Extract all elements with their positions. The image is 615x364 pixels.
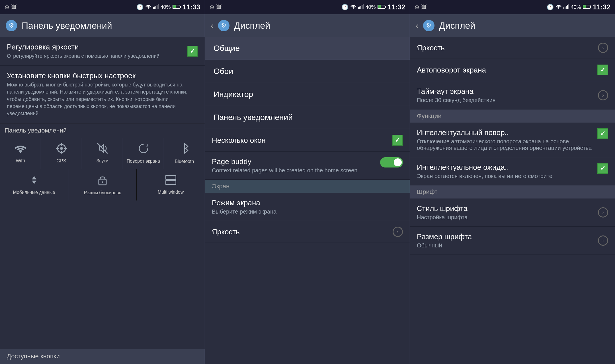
settings-gear-icon-p2: ⚙ [218,20,229,31]
sound-label: Звуки [97,158,108,164]
font-style-subtitle: Настройка шрифта [417,214,598,221]
quick-buttons-title: Установите кнопки быстрых настроек [7,71,198,80]
wifi-status-icon [145,3,151,11]
timeout-subtitle: После 30 секунд бездействия [417,97,598,104]
screen-mode-subtitle: Выберите режим экрана [212,208,403,215]
quick-btn-wifi[interactable]: WiFi [0,138,41,169]
settings-gear-icon-p3: ⚙ [423,20,434,31]
menu-item-general[interactable]: Общие [205,37,410,60]
smart-stay-checkbox[interactable] [597,163,608,174]
svg-rect-21 [360,6,361,9]
setting-font-style[interactable]: Стиль шрифта Настройка шрифта › [410,198,615,227]
svg-rect-29 [566,6,567,9]
brightness-checkbox[interactable] [187,46,198,57]
quick-btn-bluetooth[interactable]: Bluetooth [164,138,205,169]
font-size-chevron[interactable]: › [598,235,608,246]
alarm-icon-p3: 🕐 [547,4,554,11]
autorotate-checkbox[interactable] [597,65,608,75]
svg-rect-1 [154,7,155,9]
svg-rect-23 [363,4,364,9]
brightness-chevron[interactable]: › [393,227,403,237]
svg-rect-27 [563,7,564,9]
gps-icon [56,143,67,156]
svg-rect-20 [359,7,360,9]
timeout-title: Тайм-аут экрана [417,87,598,96]
timeout-chevron[interactable]: › [598,90,608,100]
time-p1: 11:33 [183,3,200,11]
time-p3: 11:32 [593,3,610,11]
font-size-subtitle: Обычный [417,242,598,249]
menu-item-multiwindow[interactable]: Несколько окон [205,129,410,152]
brightness-menu-title: Яркость [212,228,393,236]
quick-buttons-section: Панель уведомлений WiFi GPS [0,123,205,200]
menu-item-pagebuddy[interactable]: Page buddy Context related pages will be… [205,152,410,180]
svg-rect-26 [378,5,381,8]
brightness-title: Регулировка яркости [7,43,187,51]
wifi-icon [15,143,26,156]
battery-percent-p2: 40% [366,4,376,10]
font-style-chevron[interactable]: › [598,207,608,218]
svg-rect-22 [362,5,362,9]
battery-icon-p3 [583,3,591,11]
section-functions: Функции [410,109,615,123]
alarm-icon: 🕐 [136,4,144,11]
mobile-data-label: Мобильные данные [13,190,55,195]
multiwindow-title: Несколько окон [212,136,392,145]
smart-stay-subtitle: Экран остается включен, пока вы на него … [417,173,597,179]
sound-icon [97,143,108,156]
setting-font-size[interactable]: Размер шрифта Обычный › [410,227,615,255]
alarm-icon-p2: 🕐 [341,4,348,11]
quick-btn-rotate[interactable]: Поворот экрана [123,138,164,169]
menu-item-indicator[interactable]: Индикатор [205,83,410,106]
quick-btn-gps[interactable]: GPS [41,138,82,169]
multiwindow-icon [165,175,176,187]
brightness-chevron-p3[interactable]: › [598,43,608,53]
rotate-icon [138,143,149,156]
back-button-p2[interactable]: ‹ [211,21,214,30]
svg-rect-6 [180,6,181,8]
menu-item-brightness[interactable]: Яркость › [205,221,410,243]
back-button-p3[interactable]: ‹ [416,21,419,30]
menu-item-notification-panel[interactable]: Панель уведомлений [205,106,410,129]
svg-rect-25 [385,6,386,8]
section-screen: Экран [205,180,410,193]
smart-rotate-title: Интеллектуальный повор.. [417,128,597,137]
menu-item-wallpaper[interactable]: Обои [205,60,410,83]
smart-rotate-checkbox[interactable] [597,128,608,139]
pagebuddy-title: Page buddy [212,157,380,166]
battery-icon-p2 [378,3,386,11]
setting-smart-rotate[interactable]: Интеллектуальный повор.. Отключение авто… [410,123,615,157]
brightness-title-p3: Яркость [417,44,598,52]
svg-rect-2 [155,6,156,9]
multiwindow-checkbox[interactable] [392,135,403,146]
setting-brightness-p3[interactable]: Яркость › [410,37,615,59]
minus-circle-icon: ⊖ [5,4,9,11]
available-buttons-footer: Доступные кнопки [0,349,205,364]
setting-autorotate[interactable]: Автоповорот экрана [410,59,615,81]
settings-gear-icon: ⚙ [6,20,17,31]
svg-rect-34 [583,5,586,8]
brightness-setting[interactable]: Регулировка яркости Отрегулируйте яркост… [0,37,205,66]
quick-btn-multiwindow[interactable]: Multi window [137,169,205,200]
battery-icon-p1 [173,3,181,11]
quick-btn-lock-mode[interactable]: Режим блокировк [68,169,136,200]
setting-smart-stay[interactable]: Интеллектуальное ожида.. Экран остается … [410,157,615,185]
quick-btn-mobile-data[interactable]: Мобильные данные [0,169,68,200]
rotate-label: Поворот экрана [127,159,160,164]
svg-point-16 [102,181,103,183]
panel2-menu: Общие Обои Индикатор Панель уведомлений … [205,37,410,364]
wifi-label: WiFi [16,158,25,164]
setting-screen-timeout[interactable]: Тайм-аут экрана После 30 секунд бездейст… [410,81,615,109]
pagebuddy-toggle[interactable] [380,157,403,167]
screen-mode-title: Режим экрана [212,198,403,207]
svg-rect-31 [568,4,569,9]
quick-btn-sound[interactable]: Звуки [82,138,123,169]
menu-item-screen-mode[interactable]: Режим экрана Выберите режим экрана [205,193,410,221]
signal-icon [153,3,159,11]
svg-rect-17 [166,175,176,179]
panel2-title: Дисплей [234,20,270,31]
signal-icon-p2 [358,3,364,11]
svg-rect-33 [590,6,591,8]
image-icon: 🖼 [11,4,17,11]
autorotate-title: Автоповорот экрана [417,66,597,75]
